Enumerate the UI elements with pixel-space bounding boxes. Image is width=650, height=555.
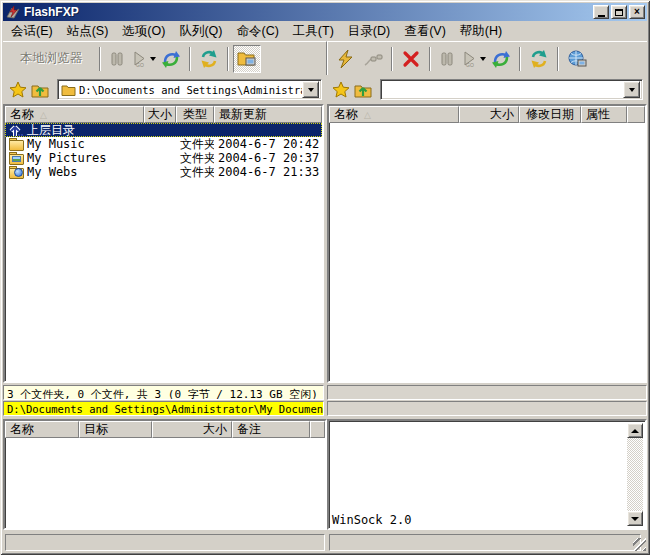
refresh-button[interactable] xyxy=(525,45,553,73)
pause-button[interactable] xyxy=(105,45,129,73)
lightning-connect-icon xyxy=(335,49,355,69)
column-header-size[interactable]: 大小 xyxy=(152,421,232,438)
file-name: My Music xyxy=(27,137,85,151)
scroll-up-button[interactable] xyxy=(627,423,643,438)
file-size xyxy=(144,151,176,165)
file-row[interactable]: My Webs 文件夹 2004-6-7 21:33 xyxy=(5,165,322,179)
file-type: 文件夹 xyxy=(176,151,214,165)
column-header-filler xyxy=(322,106,324,123)
folder-webs-icon xyxy=(9,166,24,178)
title-bar[interactable]: FlashFXP × xyxy=(3,3,647,21)
go-button[interactable]: GO xyxy=(129,45,157,73)
disconnect-button[interactable] xyxy=(359,45,387,73)
parent-folder-button[interactable] xyxy=(29,79,51,101)
menu-item-help[interactable]: 帮助(H) xyxy=(453,21,509,42)
column-header-target[interactable]: 目标 xyxy=(79,421,152,438)
parent-folder-button[interactable] xyxy=(352,79,374,101)
local-list-body: 上层目录 My Music 文件夹 2004-6-7 20:42 My Pict… xyxy=(5,123,322,179)
chevron-down-icon xyxy=(629,88,635,95)
transfer-button[interactable] xyxy=(487,45,515,73)
local-toolbar: 本地浏览器 GO xyxy=(3,41,326,75)
column-header-filler xyxy=(310,421,325,438)
svg-text:GO: GO xyxy=(136,62,144,68)
triangle-down-icon xyxy=(631,517,639,525)
file-row[interactable]: My Pictures 文件夹 2004-6-7 20:37 xyxy=(5,151,322,165)
file-modified: 2004-6-7 20:37 xyxy=(214,151,322,165)
local-path-combobox[interactable]: D:\Documents and Settings\Administrat xyxy=(57,79,322,100)
local-path-dropdown-button[interactable] xyxy=(302,81,319,98)
maximize-icon xyxy=(615,9,623,16)
favorites-button[interactable] xyxy=(330,79,352,101)
abort-button[interactable] xyxy=(397,45,425,73)
local-current-path-bar: D:\Documents and Settings\Administrator\… xyxy=(3,401,324,416)
column-header-size[interactable]: 大小 xyxy=(459,106,519,123)
minimize-button[interactable] xyxy=(593,5,609,19)
site-globe-icon xyxy=(567,49,587,69)
window-title: FlashFXP xyxy=(24,5,591,19)
favorites-button[interactable] xyxy=(7,79,29,101)
close-button[interactable]: × xyxy=(629,5,645,19)
site-browser-button[interactable] xyxy=(563,45,591,73)
column-header-name[interactable]: 名称 △ xyxy=(329,106,459,123)
pause-icon xyxy=(438,50,456,68)
local-browser-toggle-button[interactable] xyxy=(233,45,261,73)
column-header-size[interactable]: 大小 xyxy=(144,106,176,123)
toolbar-separator xyxy=(99,47,101,71)
refresh-button[interactable] xyxy=(195,45,223,73)
menu-item-options[interactable]: 选项(O) xyxy=(115,21,172,42)
refresh-icon xyxy=(199,49,219,69)
column-header-name[interactable]: 名称 xyxy=(5,421,79,438)
file-type: 文件夹 xyxy=(176,137,214,151)
folder-up-icon xyxy=(354,81,372,99)
column-header-modified[interactable]: 最新更新 xyxy=(214,106,322,123)
toolbar-separator xyxy=(429,47,431,71)
menu-item-queue[interactable]: 队列(Q) xyxy=(172,21,229,42)
column-header-modified[interactable]: 修改日期 xyxy=(519,106,581,123)
resize-grip[interactable] xyxy=(633,538,646,551)
menu-item-tools[interactable]: 工具(T) xyxy=(286,21,341,42)
column-header-name[interactable]: 名称 △ xyxy=(5,106,144,123)
column-header-attributes[interactable]: 属性 xyxy=(581,106,627,123)
go-dropdown-icon[interactable] xyxy=(150,57,156,64)
log-pane: WinSock 2.0 xyxy=(327,419,647,530)
refresh-icon xyxy=(529,49,549,69)
toolbar-separator xyxy=(189,47,191,71)
column-header-type[interactable]: 类型 xyxy=(176,106,214,123)
pause-button[interactable] xyxy=(435,45,459,73)
maximize-button[interactable] xyxy=(611,5,627,19)
file-modified: 2004-6-7 20:42 xyxy=(214,137,322,151)
folder-icon xyxy=(61,84,76,96)
folder-up-icon xyxy=(31,81,49,99)
menu-item-view[interactable]: 查看(V) xyxy=(397,21,453,42)
go-icon: GO xyxy=(460,50,478,68)
connect-button[interactable] xyxy=(331,45,359,73)
flashfxp-window: FlashFXP × 会话(E) 站点(S) 选项(O) 队列(Q) 命令(C)… xyxy=(0,0,650,555)
disconnect-icon xyxy=(363,49,383,69)
menu-item-commands[interactable]: 命令(C) xyxy=(229,21,285,42)
column-header-remark[interactable]: 备注 xyxy=(232,421,310,438)
remote-path-dropdown-button[interactable] xyxy=(623,81,640,98)
minimize-icon xyxy=(598,15,605,17)
favorites-star-icon xyxy=(332,81,350,99)
remote-path-combobox[interactable] xyxy=(380,79,643,100)
file-name: 上层目录 xyxy=(27,123,75,137)
close-icon: × xyxy=(634,7,640,17)
go-dropdown-icon[interactable] xyxy=(480,57,486,64)
menu-item-directory[interactable]: 目录(D) xyxy=(341,21,397,42)
browser-mode-button[interactable]: 本地浏览器 xyxy=(7,50,95,67)
menu-item-session[interactable]: 会话(E) xyxy=(4,21,60,42)
column-header-filler xyxy=(627,106,645,123)
scroll-down-button[interactable] xyxy=(627,511,643,526)
file-row[interactable]: My Music 文件夹 2004-6-7 20:42 xyxy=(5,137,322,151)
sort-asc-icon: △ xyxy=(364,110,371,120)
file-row-parent-dir[interactable]: 上层目录 xyxy=(5,123,322,137)
log-scrollbar[interactable] xyxy=(627,423,643,526)
local-summary-bar: 3 个文件夹, 0 个文件, 共 3 (0 字节 / 12.13 GB 空闲) xyxy=(3,385,324,400)
toolbar-separator xyxy=(557,47,559,71)
favorites-star-icon xyxy=(9,81,27,99)
transfer-button[interactable] xyxy=(157,45,185,73)
pause-icon xyxy=(108,50,126,68)
toolbar-separator xyxy=(519,47,521,71)
menu-item-sites[interactable]: 站点(S) xyxy=(60,21,116,42)
go-button[interactable]: GO xyxy=(459,45,487,73)
